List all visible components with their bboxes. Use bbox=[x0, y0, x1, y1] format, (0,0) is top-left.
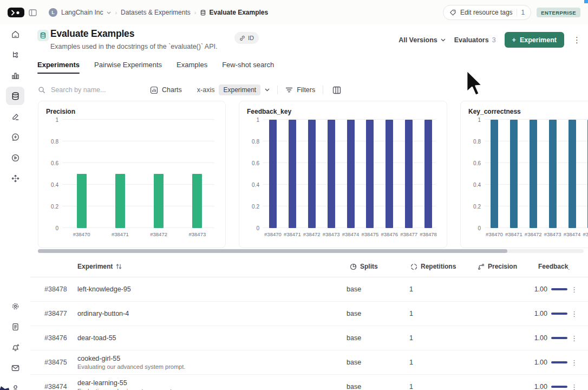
chevron-down-icon[interactable] bbox=[107, 11, 111, 14]
bar-#38472[interactable] bbox=[530, 120, 537, 228]
bar-#38470[interactable] bbox=[77, 174, 87, 228]
filters-button[interactable]: Filters bbox=[285, 86, 315, 94]
row-overflow-menu[interactable]: ⋮ bbox=[571, 350, 578, 374]
chart-card-feedback_key: Feedback_key00.20.40.60.81#38470#38471#3… bbox=[239, 101, 447, 248]
evaluators-button[interactable]: Evaluators 3 bbox=[454, 36, 496, 44]
bar-#38470[interactable] bbox=[491, 120, 498, 228]
experiment-name-cell[interactable]: left-knowledge-95 bbox=[77, 277, 131, 301]
sidebar-item-annotation-queues[interactable] bbox=[6, 107, 24, 126]
experiment-description: Evaluating our basic system prompt. bbox=[77, 388, 173, 390]
table-row-38475[interactable]: #38475cooked-girl-55Evaluating our advan… bbox=[30, 350, 588, 375]
experiment-name-cell[interactable]: ordinary-button-4 bbox=[77, 302, 129, 326]
column-header-feedback-key[interactable]: Feedback_key bbox=[538, 256, 570, 277]
x-axis-value[interactable]: Experiment bbox=[219, 84, 260, 95]
sidebar-item-playground[interactable] bbox=[6, 148, 24, 167]
gear-icon bbox=[11, 302, 20, 311]
bar-#38474[interactable] bbox=[347, 120, 355, 228]
column-header-experiment[interactable]: Experiment bbox=[77, 256, 122, 277]
scrollbar-thumb[interactable] bbox=[38, 249, 507, 253]
bar-#38471[interactable] bbox=[289, 120, 296, 228]
sidebar-item-datasets[interactable] bbox=[6, 87, 24, 105]
sidebar-toggle-icon[interactable] bbox=[29, 9, 37, 16]
breadcrumb-section[interactable]: Datasets & Experiments bbox=[121, 9, 191, 16]
column-header-precision[interactable]: Precision bbox=[478, 256, 517, 277]
horizontal-scrollbar[interactable] bbox=[38, 249, 584, 253]
bar-#38476[interactable] bbox=[386, 120, 393, 228]
experiments-table: ExperimentSplitsRepetitionsPrecisionFeed… bbox=[30, 256, 588, 390]
row-overflow-menu[interactable]: ⋮ bbox=[571, 302, 578, 326]
sidebar-item-home[interactable] bbox=[6, 25, 24, 43]
x-tick-label: #38470 bbox=[73, 231, 90, 237]
tab-examples[interactable]: Examples bbox=[177, 61, 207, 74]
new-experiment-button[interactable]: + Experiment bbox=[505, 32, 564, 48]
x-tick-label: #38475 bbox=[583, 231, 588, 237]
sidebar-item-tracing[interactable] bbox=[6, 46, 24, 64]
pencil-icon bbox=[11, 112, 20, 121]
experiment-name-cell[interactable]: cooked-girl-55Evaluating our advanced sy… bbox=[77, 350, 185, 374]
bar-#38474[interactable] bbox=[569, 120, 576, 228]
sidebar-item-deployments[interactable] bbox=[6, 169, 24, 187]
table-row-38474[interactable]: #38474dear-learning-55Evaluating our bas… bbox=[30, 375, 588, 390]
sidebar-item-prompts[interactable] bbox=[6, 128, 24, 146]
table-header: ExperimentSplitsRepetitionsPrecisionFeed… bbox=[30, 256, 588, 277]
row-overflow-menu[interactable]: ⋮ bbox=[571, 277, 578, 301]
column-header-repetitions[interactable]: Repetitions bbox=[410, 256, 456, 277]
bar-#38473[interactable] bbox=[192, 174, 202, 228]
row-overflow-menu[interactable]: ⋮ bbox=[571, 375, 578, 390]
sidebar-item-settings[interactable] bbox=[6, 297, 24, 315]
breadcrumb-org[interactable]: LangChain Inc bbox=[61, 9, 103, 16]
search-box bbox=[38, 86, 138, 94]
tab-few-shot-search[interactable]: Few-shot search bbox=[222, 61, 274, 74]
bar-#38472[interactable] bbox=[308, 120, 316, 228]
y-tick-label: 0.6 bbox=[245, 160, 259, 166]
langsmith-logo[interactable] bbox=[8, 8, 24, 17]
feedback-bar-cell bbox=[547, 326, 567, 350]
bar-#38472[interactable] bbox=[154, 174, 164, 228]
breadcrumb-page[interactable]: Evaluate Examples bbox=[200, 9, 268, 16]
bar-#38470[interactable] bbox=[269, 120, 277, 228]
column-header-splits[interactable]: Splits bbox=[350, 256, 378, 277]
charts-toggle[interactable]: Charts bbox=[150, 86, 182, 94]
bar-#38475[interactable] bbox=[366, 120, 374, 228]
bar-#38478[interactable] bbox=[424, 120, 432, 228]
row-overflow-menu[interactable]: ⋮ bbox=[571, 326, 578, 350]
feedback-bar bbox=[551, 313, 567, 315]
sort-icon[interactable] bbox=[116, 263, 122, 270]
search-icon bbox=[38, 86, 45, 94]
repetitions-cell: 1 bbox=[409, 375, 413, 390]
y-tick-label: 0.8 bbox=[466, 139, 481, 145]
table-row-38476[interactable]: #38476dear-toad-55base11.00⋮ bbox=[30, 326, 588, 350]
columns-button[interactable] bbox=[331, 84, 343, 96]
search-input[interactable] bbox=[50, 86, 128, 94]
org-avatar[interactable]: L bbox=[49, 8, 57, 17]
chevron-down-icon[interactable] bbox=[265, 88, 270, 92]
experiment-name-cell[interactable]: dear-learning-55Evaluating our basic sys… bbox=[77, 375, 173, 390]
tab-experiments[interactable]: Experiments bbox=[37, 61, 80, 74]
all-versions-dropdown[interactable]: All Versions bbox=[398, 36, 446, 44]
edit-resource-tags-button[interactable]: Edit resource tags 1 bbox=[443, 5, 531, 20]
column-label: Experiment bbox=[77, 263, 113, 270]
bar-#38471[interactable] bbox=[115, 174, 125, 228]
experiment-name-cell[interactable]: dear-toad-55 bbox=[77, 326, 116, 350]
bar-#38477[interactable] bbox=[405, 120, 413, 228]
bar-#38471[interactable] bbox=[510, 120, 518, 228]
filter-icon bbox=[285, 87, 293, 93]
table-row-38478[interactable]: #38478left-knowledge-95base11.00⋮ bbox=[30, 277, 588, 302]
x-tick-label: #38474 bbox=[564, 231, 581, 237]
experiment-id: #38476 bbox=[44, 326, 67, 350]
header-overflow-menu[interactable]: ⋮ bbox=[573, 36, 581, 44]
bar-#38473[interactable] bbox=[328, 120, 335, 228]
sidebar-item-docs[interactable] bbox=[6, 317, 24, 336]
copy-id-button[interactable]: ID bbox=[234, 32, 259, 44]
tab-pairwise-experiments[interactable]: Pairwise Experiments bbox=[94, 61, 162, 74]
sidebar-item-mail[interactable] bbox=[6, 359, 24, 377]
sidebar-bottom bbox=[0, 297, 30, 390]
bar-#38473[interactable] bbox=[549, 120, 557, 228]
sidebar-item-monitoring[interactable] bbox=[6, 66, 24, 84]
x-tick-label: #38475 bbox=[362, 231, 379, 237]
recording-corner-marker bbox=[584, 0, 588, 3]
sidebar-item-notifications[interactable] bbox=[6, 338, 24, 356]
tags-count: 1 bbox=[517, 9, 525, 16]
experiment-id: #38477 bbox=[44, 302, 67, 326]
table-row-38477[interactable]: #38477ordinary-button-4base11.00⋮ bbox=[30, 302, 588, 326]
